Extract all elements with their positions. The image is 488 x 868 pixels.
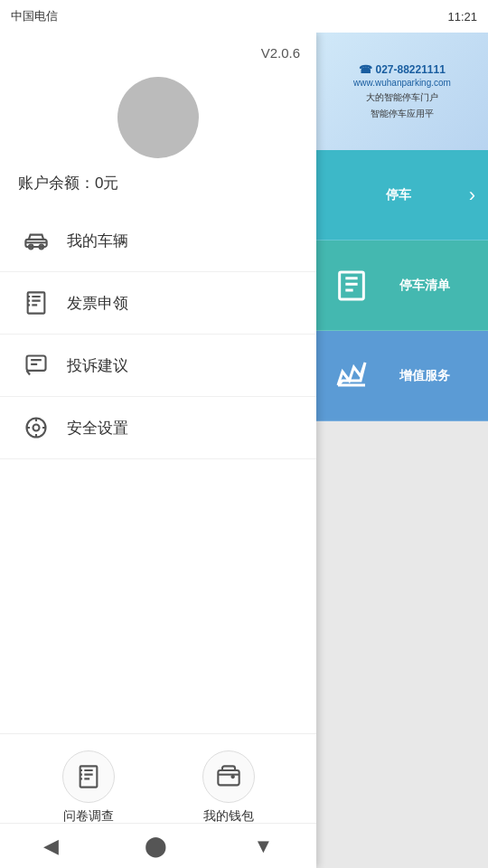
car-icon [22, 226, 51, 255]
menu-label-security: 安全设置 [67, 418, 128, 439]
card-service-label: 增值服务 [374, 368, 475, 384]
complaint-icon [22, 351, 51, 380]
ad-banner: ☎ 027-88221111 www.wuhanparking.com 大的智能… [316, 33, 488, 150]
ad-phone: ☎ 027-88221111 [359, 63, 446, 76]
nav-menu-button[interactable]: ▼ [236, 827, 292, 865]
status-right: 11:21 [447, 10, 477, 24]
menu-item-security[interactable]: 安全设置 [0, 397, 316, 459]
menu-label-invoice: 发票申领 [67, 293, 128, 314]
status-bar: 中国电信 11:21 [0, 0, 488, 33]
menu-label-vehicle: 我的车辆 [67, 231, 128, 251]
menu-item-invoice[interactable]: 发票申领 [0, 272, 316, 335]
sidebar: V2.0.6 账户余额：0元 我的车辆 [0, 33, 316, 868]
bottom-item-wallet[interactable]: 我的钱包 [202, 750, 255, 825]
card-parking[interactable]: 停车 › [316, 150, 488, 241]
account-balance: 账户余额：0元 [0, 173, 118, 193]
svg-rect-7 [80, 766, 97, 787]
menu-item-vehicle[interactable]: 我的车辆 [0, 210, 316, 272]
ad-text: 大的智能停车门户 [366, 91, 438, 104]
security-icon [22, 413, 51, 442]
svg-rect-9 [340, 272, 364, 299]
card-container: 停车 › 停车清单 增值服 [316, 150, 488, 421]
invoice-icon [22, 288, 51, 317]
nav-back-button[interactable]: ◀ [25, 827, 77, 865]
nav-home-button[interactable]: ⬤ [127, 827, 185, 865]
wallet-icon-circle [202, 750, 255, 803]
card-list[interactable]: 停车清单 [316, 241, 488, 331]
status-left: 中国电信 [11, 8, 58, 24]
svg-rect-3 [28, 292, 45, 313]
list-icon [329, 263, 374, 308]
right-content: ☎ 027-88221111 www.wuhanparking.com 大的智能… [316, 33, 488, 868]
bottom-icons-row: 问卷调查 我的钱包 [0, 743, 316, 828]
bottom-item-survey[interactable]: 问卷调查 [62, 750, 115, 825]
main-container: V2.0.6 账户余额：0元 我的车辆 [0, 33, 488, 868]
ad-text2: 智能停车应用平 [371, 108, 434, 120]
menu-item-complaint[interactable]: 投诉建议 [0, 335, 316, 397]
time-label: 11:21 [447, 10, 477, 24]
card-service[interactable]: 增值服务 [316, 331, 488, 421]
menu-label-complaint: 投诉建议 [67, 355, 128, 376]
wallet-icon [216, 764, 241, 789]
survey-icon [76, 764, 101, 789]
card-list-label: 停车清单 [374, 278, 475, 294]
avatar-area: 账户余额：0元 [0, 66, 316, 201]
nav-bar: ◀ ⬤ ▼ [0, 823, 316, 868]
version-label: V2.0.6 [0, 33, 316, 66]
svg-rect-8 [218, 770, 239, 785]
ad-url: www.wuhanparking.com [353, 78, 451, 88]
survey-icon-circle [62, 750, 115, 803]
sidebar-menu: 我的车辆 发票申领 [0, 201, 316, 733]
svg-rect-4 [27, 356, 46, 371]
card-parking-label: 停车 [329, 187, 469, 203]
crown-icon [329, 354, 374, 399]
card-parking-arrow: › [469, 184, 475, 207]
carrier-label: 中国电信 [11, 8, 58, 24]
svg-point-6 [33, 425, 40, 431]
avatar[interactable] [117, 77, 199, 158]
